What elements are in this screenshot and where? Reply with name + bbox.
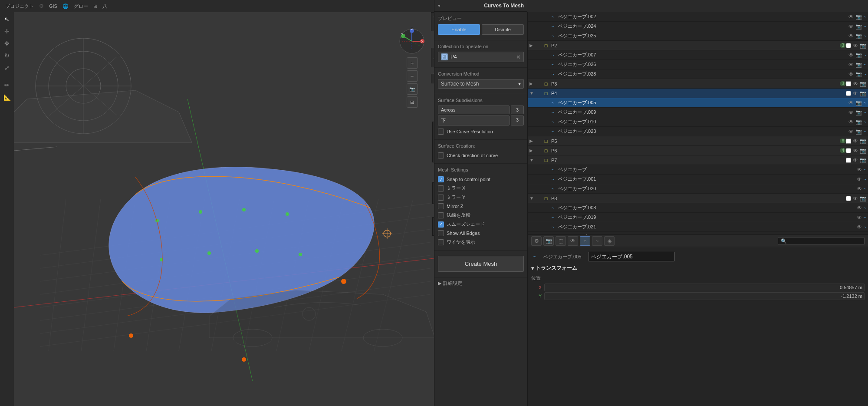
snap-control-point-row[interactable]: Snap to control point <box>438 175 524 184</box>
mirror-x-row[interactable]: ミラー X <box>438 184 524 193</box>
render-icon[interactable]: 📷 <box>855 100 862 106</box>
p6-visibility-checkbox[interactable] <box>846 148 851 153</box>
pos-y-field[interactable]: -1.2132 m <box>544 292 865 300</box>
list-item[interactable]: ~ ベジエカーブ.005 👁 📷 ~ <box>528 98 868 108</box>
camera-view-btn[interactable]: 📷 <box>407 83 418 95</box>
mirror-x-checkbox[interactable] <box>438 185 444 191</box>
visibility-icon[interactable]: 👁 <box>848 119 854 125</box>
down-value[interactable]: 3 <box>511 116 524 125</box>
p3-visibility-checkbox[interactable] <box>846 81 851 86</box>
axis-widget[interactable]: Z X Y <box>398 27 426 56</box>
visibility-icon[interactable]: 👁 <box>848 52 854 58</box>
collection-remove-btn[interactable]: ✕ <box>516 54 521 60</box>
snap-control-point-checkbox[interactable] <box>438 176 444 182</box>
list-item[interactable]: ~ ベジエカーブ.007 👁 📷 ~ <box>528 50 868 60</box>
visibility-icon[interactable]: 👁 <box>853 81 858 87</box>
p5-visibility-checkbox[interactable] <box>846 139 851 144</box>
zoom-in-btn[interactable]: + <box>407 57 418 69</box>
enable-btn[interactable]: Enable <box>438 24 480 35</box>
p4-visibility-checkbox[interactable] <box>846 91 851 96</box>
list-item[interactable]: ~ ベジエカーブ.009 👁 📷 ~ <box>528 108 868 117</box>
list-item[interactable]: ~ ベジエカーブ.025 👁 📷 ~ <box>528 31 868 41</box>
visibility-icon[interactable]: 👁 <box>853 195 858 201</box>
render-icon[interactable]: 📷 <box>860 195 866 201</box>
list-item[interactable]: ~ ベジエカーブ.024 👁 📷 ~ <box>528 22 868 31</box>
detail-settings[interactable]: ▶ 詳細設定 <box>434 277 527 289</box>
list-item[interactable]: ▶ □ P2 3 👁 📷 <box>528 41 868 50</box>
visibility-icon[interactable]: 👁 <box>853 148 858 154</box>
list-item[interactable]: ~ ベジエカーブ.010 👁 📷 ~ <box>528 117 868 127</box>
list-item[interactable]: ▼ □ P8 👁 📷 <box>528 194 868 203</box>
render-icon[interactable]: 📷 <box>855 23 862 30</box>
list-item[interactable]: ~ ベジエカーブ.026 👁 📷 ~ <box>528 60 868 69</box>
props-view-btn[interactable]: 👁 <box>568 236 578 246</box>
p2-visibility-checkbox[interactable] <box>846 43 851 48</box>
wire-display-row[interactable]: ワイヤを表示 <box>438 238 524 247</box>
p7-visibility-checkbox[interactable] <box>846 158 851 163</box>
flip-normals-row[interactable]: 法線を反転 <box>438 211 524 220</box>
visibility-icon[interactable]: 👁 <box>848 33 854 39</box>
menu-eight[interactable]: 八 <box>101 2 109 10</box>
visibility-icon[interactable]: 👁 <box>857 167 862 173</box>
scale-tool-icon[interactable]: ⤢ <box>2 63 12 73</box>
render-icon[interactable]: 📷 <box>855 129 862 135</box>
mirror-y-checkbox[interactable] <box>438 195 444 201</box>
visibility-icon[interactable]: 👁 <box>848 71 854 77</box>
smooth-shading-row[interactable]: スムーズシェード <box>438 220 524 229</box>
menu-project[interactable]: プロジェクト <box>3 2 36 10</box>
across-value[interactable]: 3 <box>511 106 524 114</box>
props-scene-btn[interactable]: ⚙ <box>531 236 542 246</box>
render-icon[interactable]: 📷 <box>860 43 866 49</box>
list-item[interactable]: ~ ベジエカーブ.001 👁 ~ <box>528 175 868 184</box>
visibility-icon[interactable]: 👁 <box>857 224 862 230</box>
render-icon[interactable]: 📷 <box>855 62 862 68</box>
props-render-btn[interactable]: 📷 <box>543 236 554 246</box>
flip-normals-checkbox[interactable] <box>438 212 444 218</box>
smooth-shading-checkbox[interactable] <box>438 221 444 228</box>
list-item[interactable]: ~ ベジエカーブ.008 👁 ~ <box>528 203 868 213</box>
render-icon[interactable]: 📷 <box>860 138 866 144</box>
render-icon[interactable]: 📷 <box>855 119 862 125</box>
move-tool-icon[interactable]: ✥ <box>2 38 12 49</box>
render-icon[interactable]: 📷 <box>855 14 862 20</box>
render-icon[interactable]: 📷 <box>855 109 862 116</box>
visibility-icon[interactable]: 👁 <box>848 129 854 135</box>
visibility-icon[interactable]: 👁 <box>848 109 854 116</box>
list-item[interactable]: ~ ベジエカーブ.019 👁 ~ <box>528 213 868 222</box>
list-item[interactable]: ▼ □ P4 👁 📷 <box>528 89 868 98</box>
grid-toggle-btn[interactable]: ⊞ <box>407 96 418 108</box>
use-curve-resolution-row[interactable]: Use Curve Resolution <box>438 127 524 136</box>
list-item[interactable]: ~ ベジエカーブ 👁 ~ <box>528 165 868 175</box>
mirror-z-checkbox[interactable] <box>438 203 444 209</box>
list-item[interactable]: ▼ □ P7 👁 📷 <box>528 155 868 165</box>
mirror-z-row[interactable]: Mirror Z <box>438 202 524 211</box>
props-search[interactable] <box>778 237 865 245</box>
visibility-icon[interactable]: 👁 <box>853 157 858 163</box>
props-object-btn[interactable]: ○ <box>580 236 590 246</box>
render-icon[interactable]: 📷 <box>855 33 862 39</box>
visibility-icon[interactable]: 👁 <box>853 43 858 49</box>
visibility-icon[interactable]: 👁 <box>857 176 862 182</box>
render-icon[interactable]: 📷 <box>860 90 866 96</box>
check-direction-row[interactable]: Check direction of curve <box>438 151 524 160</box>
pos-x-field[interactable]: 0.54857 m <box>544 284 865 291</box>
props-material-btn[interactable]: ◈ <box>604 236 615 246</box>
render-icon[interactable]: 📷 <box>860 148 866 154</box>
wire-display-checkbox[interactable] <box>438 239 444 245</box>
props-output-btn[interactable]: ⬚ <box>556 236 566 246</box>
render-icon[interactable]: 📷 <box>860 157 866 163</box>
list-item[interactable]: ▶ □ P5 6 👁 📷 <box>528 136 868 146</box>
render-icon[interactable]: 📷 <box>855 71 862 77</box>
list-item[interactable]: ▶ □ P6 4 👁 📷 <box>528 146 868 155</box>
zoom-out-btn[interactable]: − <box>407 70 418 82</box>
visibility-icon[interactable]: 👁 <box>848 23 854 30</box>
render-icon[interactable]: 📷 <box>860 81 866 87</box>
visibility-icon[interactable]: 👁 <box>857 186 862 192</box>
disable-btn[interactable]: Disable <box>482 24 524 35</box>
visibility-icon[interactable]: 👁 <box>848 62 854 68</box>
show-all-edges-checkbox[interactable] <box>438 230 444 236</box>
measure-tool-icon[interactable]: 📐 <box>2 92 12 102</box>
check-direction-checkbox[interactable] <box>438 152 444 158</box>
visibility-icon[interactable]: 👁 <box>853 138 858 144</box>
p8-visibility-checkbox[interactable] <box>846 196 851 201</box>
